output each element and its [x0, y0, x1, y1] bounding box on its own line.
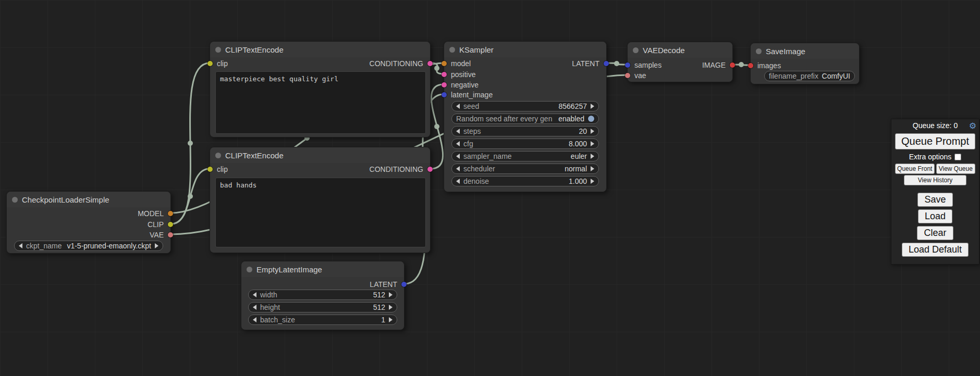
widget-filename-prefix[interactable]: filename_prefix ComfyUI — [764, 71, 855, 81]
collapse-dot-icon[interactable] — [756, 48, 762, 54]
clip-slot-dot-icon[interactable] — [168, 222, 173, 227]
image-slot-dot-icon[interactable] — [748, 63, 753, 68]
input-slot-model[interactable]: model — [444, 59, 471, 68]
node-title-bar[interactable]: CLIPTextEncode — [210, 147, 430, 163]
decrement-arrow-icon[interactable] — [456, 179, 460, 184]
view-queue-button[interactable]: View Queue — [936, 164, 976, 174]
decrement-arrow-icon[interactable] — [456, 141, 460, 146]
prev-option-arrow-icon[interactable] — [456, 154, 460, 159]
model-slot-dot-icon[interactable] — [442, 61, 447, 66]
load-default-button[interactable]: Load Default — [902, 243, 969, 257]
widget-ckpt-name[interactable]: ckpt_name v1-5-pruned-emaonly.ckpt — [14, 241, 163, 251]
node-title-bar[interactable]: CheckpointLoaderSimple — [7, 192, 170, 207]
increment-arrow-icon[interactable] — [591, 179, 594, 184]
input-slot-clip[interactable]: clip — [210, 59, 228, 68]
increment-arrow-icon[interactable] — [389, 305, 393, 310]
node-save-image[interactable]: SaveImage images filename_prefix ComfyUI — [750, 43, 860, 84]
prev-option-arrow-icon[interactable] — [19, 243, 22, 248]
decrement-arrow-icon[interactable] — [456, 129, 460, 134]
output-slot-image[interactable]: IMAGE — [702, 60, 732, 70]
widget-cfg[interactable]: cfg 8.000 — [451, 139, 599, 149]
next-option-arrow-icon[interactable] — [155, 243, 158, 248]
conditioning-slot-dot-icon[interactable] — [442, 72, 447, 77]
widget-seed[interactable]: seed 8566257 — [451, 101, 599, 111]
clip-slot-dot-icon[interactable] — [207, 167, 213, 172]
clip-slot-dot-icon[interactable] — [207, 61, 213, 66]
view-history-button[interactable]: View History — [904, 175, 966, 185]
prev-option-arrow-icon[interactable] — [456, 166, 460, 171]
increment-arrow-icon[interactable] — [591, 129, 594, 134]
load-button[interactable]: Load — [918, 209, 952, 223]
queue-prompt-button[interactable]: Queue Prompt — [895, 133, 975, 149]
output-slot-vae[interactable]: VAE — [150, 230, 170, 240]
output-slot-model[interactable]: MODEL — [138, 209, 170, 218]
next-option-arrow-icon[interactable] — [591, 154, 594, 159]
node-vae-decode[interactable]: VAEDecode samples vae IMAGE — [627, 42, 733, 82]
node-title-bar[interactable]: CLIPTextEncode — [210, 42, 430, 57]
output-slot-latent[interactable]: LATENT — [370, 280, 404, 289]
latent-slot-dot-icon[interactable] — [604, 61, 609, 66]
node-title-bar[interactable]: EmptyLatentImage — [241, 261, 404, 277]
node-clip-text-encode-negative[interactable]: CLIPTextEncode clip CONDITIONING bad han… — [210, 147, 431, 253]
input-slot-samples[interactable]: samples — [628, 60, 662, 70]
input-slot-clip[interactable]: clip — [210, 165, 228, 174]
vae-slot-dot-icon[interactable] — [168, 232, 173, 237]
latent-slot-dot-icon[interactable] — [625, 62, 630, 68]
collapse-dot-icon[interactable] — [215, 47, 221, 53]
widget-scheduler[interactable]: scheduler normal — [451, 164, 599, 174]
clear-button[interactable]: Clear — [917, 226, 953, 240]
increment-arrow-icon[interactable] — [389, 292, 393, 297]
negative-prompt-textarea[interactable]: bad hands — [215, 178, 426, 247]
widget-denoise[interactable]: denoise 1.000 — [451, 176, 599, 186]
increment-arrow-icon[interactable] — [389, 317, 393, 322]
output-slot-clip[interactable]: CLIP — [148, 220, 170, 229]
node-empty-latent-image[interactable]: EmptyLatentImage LATENT width 512 height… — [241, 261, 405, 330]
node-checkpoint-loader[interactable]: CheckpointLoaderSimple MODEL CLIP VAE ck… — [6, 191, 171, 254]
model-slot-dot-icon[interactable] — [168, 211, 173, 216]
increment-arrow-icon[interactable] — [591, 104, 594, 109]
collapse-dot-icon[interactable] — [12, 197, 18, 203]
input-slot-images[interactable]: images — [751, 61, 781, 70]
vae-slot-dot-icon[interactable] — [625, 73, 630, 78]
latent-slot-dot-icon[interactable] — [401, 282, 407, 287]
input-slot-latent-image[interactable]: latent_image — [444, 90, 493, 99]
widget-sampler-name[interactable]: sampler_name euler — [451, 151, 599, 161]
input-slot-negative[interactable]: negative — [444, 80, 479, 90]
output-slot-conditioning[interactable]: CONDITIONING — [370, 59, 430, 68]
collapse-dot-icon[interactable] — [247, 267, 252, 272]
widget-random-seed-toggle[interactable]: Random seed after every gen enabled — [451, 114, 599, 124]
collapse-dot-icon[interactable] — [633, 47, 639, 53]
node-ksampler[interactable]: KSampler model positive negative latent_… — [444, 41, 607, 192]
node-title-bar[interactable]: SaveImage — [751, 43, 859, 59]
decrement-arrow-icon[interactable] — [253, 292, 256, 297]
widget-height[interactable]: height 512 — [248, 302, 397, 312]
extra-options-checkbox[interactable] — [954, 154, 961, 160]
input-slot-positive[interactable]: positive — [444, 70, 475, 79]
input-slot-vae[interactable]: vae — [628, 71, 646, 80]
widget-steps[interactable]: steps 20 — [451, 126, 599, 136]
widget-width[interactable]: width 512 — [248, 290, 397, 300]
conditioning-slot-dot-icon[interactable] — [442, 82, 447, 87]
decrement-arrow-icon[interactable] — [456, 104, 460, 109]
toggle-on-dot-icon[interactable] — [588, 116, 594, 122]
widget-batch-size[interactable]: batch_size 1 — [248, 315, 397, 325]
decrement-arrow-icon[interactable] — [253, 317, 256, 322]
latent-slot-dot-icon[interactable] — [442, 92, 447, 97]
positive-prompt-textarea[interactable]: masterpiece best quality girl — [215, 71, 426, 134]
decrement-arrow-icon[interactable] — [253, 305, 256, 310]
conditioning-slot-dot-icon[interactable] — [427, 167, 433, 172]
collapse-dot-icon[interactable] — [449, 47, 455, 53]
increment-arrow-icon[interactable] — [591, 141, 594, 146]
node-title-bar[interactable]: VAEDecode — [628, 42, 732, 58]
next-option-arrow-icon[interactable] — [591, 166, 594, 171]
node-title-bar[interactable]: KSampler — [444, 42, 606, 57]
collapse-dot-icon[interactable] — [215, 153, 221, 158]
queue-front-button[interactable]: Queue Front — [895, 164, 935, 174]
save-button[interactable]: Save — [917, 193, 952, 207]
output-slot-conditioning[interactable]: CONDITIONING — [370, 165, 430, 174]
settings-gear-icon[interactable]: ⚙ — [969, 121, 976, 131]
conditioning-slot-dot-icon[interactable] — [427, 61, 433, 66]
image-slot-dot-icon[interactable] — [730, 62, 735, 68]
output-slot-latent[interactable]: LATENT — [572, 59, 606, 68]
node-graph-canvas[interactable]: CheckpointLoaderSimple MODEL CLIP VAE ck… — [0, 0, 980, 376]
